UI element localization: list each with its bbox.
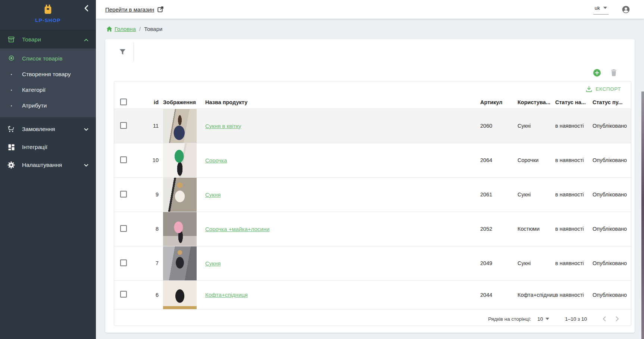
rows-per-page-label: Рядків на сторінці: (488, 316, 531, 322)
next-page-button[interactable] (616, 316, 619, 321)
caret-down-icon (545, 318, 549, 320)
column-header-stock-status: Статус на... (555, 96, 593, 109)
breadcrumb-current: Товари (144, 26, 162, 32)
sidebar-item-categories[interactable]: Категорії (0, 82, 96, 98)
row-checkbox[interactable] (120, 291, 127, 298)
sidebar-item-products[interactable]: Товари (0, 30, 96, 49)
products-table: id Зображення Назва продукту Артикул Кор… (114, 96, 631, 310)
row-checkbox[interactable] (120, 259, 127, 266)
product-image (163, 281, 197, 309)
table-row[interactable]: 10 Сорочка 2064 Сорочки в наявності Опуб… (114, 143, 631, 177)
table-row[interactable]: 9 Сукня 2061 Сукні в наявності Опубліков… (114, 177, 631, 212)
product-link[interactable]: Сукня (205, 192, 221, 198)
content-card: ЕКСПОРТ id Зображення Назва продукту А (105, 39, 635, 333)
submenu-item-label: Список товарів (22, 55, 62, 62)
table-row[interactable]: 8 Сорочка +майка+лосини 2052 Костюми в н… (114, 212, 631, 246)
sidebar-item-attributes[interactable]: Атрибути (0, 98, 96, 113)
cell-sku: 2060 (480, 109, 518, 143)
column-header-name: Назва продукту (198, 96, 480, 109)
filter-funnel-icon[interactable] (119, 49, 126, 55)
sidebar-item-product-list[interactable]: Список товарів (0, 51, 96, 66)
brand-name: LP-SHOP (0, 18, 96, 23)
column-header-id: id (135, 96, 161, 109)
cell-sku: 2052 (480, 212, 518, 246)
table-row[interactable]: 6 Кофта+спідниця 2044 Кофта+спідниц в на… (114, 280, 631, 309)
go-to-store-link[interactable]: Перейти в магазин (105, 6, 163, 13)
product-link[interactable]: Кофта+спідниця (205, 292, 248, 298)
submenu-item-label: Атрибути (22, 102, 47, 109)
submenu-item-label: Створення товару (22, 71, 71, 78)
cell-sku: 2044 (480, 280, 518, 309)
breadcrumb: Головна / Товари (96, 19, 644, 39)
sidebar-item-integrations[interactable]: Інтеграції (0, 138, 96, 156)
product-image (163, 212, 197, 246)
cell-stock-status: в наявності (555, 109, 593, 143)
row-checkbox[interactable] (120, 122, 127, 129)
sidebar-item-label: Інтеграції (22, 144, 47, 150)
admin-screen: LP-SHOP Товари (0, 0, 644, 339)
cell-publish-status: Опубліковано (593, 109, 631, 143)
go-to-store-label: Перейти в магазин (105, 6, 154, 13)
breadcrumb-home-link[interactable]: Головна (106, 26, 136, 32)
cell-stock-status: в наявності (555, 246, 593, 280)
product-link[interactable]: Сукня в квітку (205, 123, 241, 129)
chevron-up-icon (84, 36, 88, 43)
scrollbar-artifact[interactable] (641, 91, 644, 339)
row-checkbox[interactable] (120, 191, 127, 198)
export-label: ЕКСПОРТ (595, 86, 621, 92)
table-row[interactable]: 11 Сукня в квітку 2060 Сукні в наявності… (114, 109, 631, 143)
sidebar-item-settings[interactable]: Налаштування (0, 156, 96, 174)
sidebar-collapse-button[interactable] (84, 5, 88, 13)
breadcrumb-separator: / (139, 26, 141, 32)
chevron-down-icon (84, 126, 88, 133)
rows-per-page-select[interactable]: 10 (537, 316, 549, 322)
export-button[interactable]: ЕКСПОРТ (114, 81, 631, 96)
chevron-left-icon (603, 316, 606, 321)
filter-bar (105, 39, 635, 64)
products-table-card: ЕКСПОРТ id Зображення Назва продукту А (114, 81, 631, 326)
column-header-category: Користува... (518, 96, 555, 109)
product-link[interactable]: Сорочка +майка+лосини (205, 226, 269, 232)
home-icon (106, 26, 112, 32)
cell-id: 6 (135, 280, 161, 309)
main-area: Перейти в магазин uk (96, 0, 644, 339)
product-image (163, 246, 197, 280)
cell-stock-status: в наявності (555, 143, 593, 177)
shop-bag-logo-icon (43, 4, 53, 16)
sidebar-item-create-product[interactable]: Створення товару (0, 66, 96, 82)
cell-stock-status: в наявності (555, 177, 593, 212)
products-box-icon (7, 36, 15, 43)
product-link[interactable]: Сорочка (205, 157, 227, 164)
cell-id: 11 (135, 109, 161, 143)
row-checkbox[interactable] (120, 225, 127, 232)
topbar: Перейти в магазин uk (96, 0, 644, 19)
bullet-dot-icon (11, 74, 12, 75)
cell-category: Сукні (518, 246, 555, 280)
product-link[interactable]: Сукня (205, 260, 221, 267)
language-select[interactable]: uk (593, 4, 609, 15)
sidebar-item-label: Товари (22, 36, 41, 43)
delete-selected-button[interactable] (611, 69, 617, 76)
account-avatar-button[interactable] (622, 6, 630, 13)
sidebar-item-label: Налаштування (22, 162, 62, 168)
add-product-button[interactable] (593, 69, 601, 77)
product-image (163, 143, 197, 177)
previous-page-button[interactable] (603, 316, 606, 321)
dashboard-grid-icon (7, 143, 15, 151)
product-image (163, 109, 197, 143)
rows-per-page-value: 10 (537, 316, 543, 322)
column-header-publish-status: Статус пу... (593, 96, 631, 109)
cell-category: Сукні (518, 177, 555, 212)
column-header-image: Зображення (161, 96, 198, 109)
topbar-right: uk (593, 4, 630, 15)
table-row[interactable]: 7 Сукня 2049 Сукні в наявності Опубліков… (114, 246, 631, 280)
download-icon (586, 86, 592, 92)
select-all-checkbox[interactable] (120, 99, 127, 105)
cell-category: Кофта+спідниц (518, 280, 555, 309)
external-link-icon (157, 6, 163, 12)
column-header-sku: Артикул (480, 96, 518, 109)
cell-publish-status: Опубліковано (593, 143, 631, 177)
radio-selected-icon (9, 55, 14, 62)
sidebar-item-orders[interactable]: Замовлення (0, 120, 96, 138)
row-checkbox[interactable] (120, 156, 127, 163)
